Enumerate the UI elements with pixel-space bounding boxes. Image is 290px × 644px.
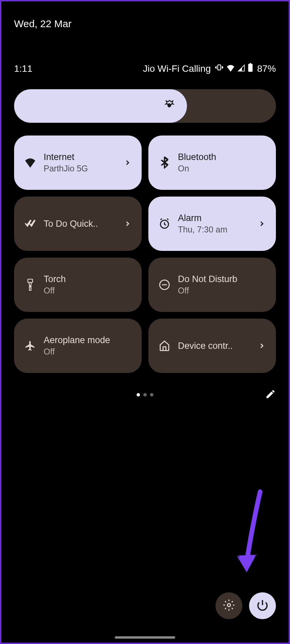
tile-title: Aeroplane mode	[44, 335, 132, 345]
gear-icon	[223, 599, 235, 612]
tile-title: Bluetooth	[178, 152, 266, 162]
wifi-icon	[226, 63, 235, 74]
svg-rect-5	[28, 279, 33, 282]
tile-subtitle: Off	[178, 286, 266, 296]
torch-icon	[24, 279, 36, 291]
svg-point-6	[30, 286, 31, 287]
tile-title: Internet	[44, 152, 116, 162]
brightness-slider[interactable]	[14, 89, 276, 123]
dnd-tile[interactable]: Do Not Disturb Off	[148, 258, 276, 312]
airplane-icon	[24, 340, 36, 352]
todo-tile[interactable]: To Do Quick..	[14, 197, 142, 251]
svg-rect-1	[250, 63, 251, 64]
svg-point-8	[228, 604, 231, 607]
bluetooth-tile[interactable]: Bluetooth On	[148, 136, 276, 190]
status-bar: 1:11 Jio Wi-Fi Calling	[14, 63, 276, 74]
dnd-icon	[158, 279, 171, 291]
airplane-tile[interactable]: Aeroplane mode Off	[14, 319, 142, 373]
alarm-icon	[158, 218, 171, 230]
power-icon	[256, 599, 269, 612]
tile-subtitle: On	[178, 164, 266, 173]
checkmark-icon	[24, 218, 36, 230]
tile-subtitle: Off	[44, 286, 132, 296]
tile-title: Alarm	[178, 213, 250, 223]
svg-rect-0	[218, 65, 221, 70]
navigation-bar[interactable]	[115, 636, 175, 639]
pagination	[14, 388, 276, 401]
page-dot[interactable]	[137, 393, 140, 396]
tile-title: Device contr..	[178, 341, 250, 351]
tile-title: To Do Quick..	[44, 219, 116, 229]
bluetooth-icon	[158, 157, 171, 169]
chevron-right-icon	[258, 220, 266, 228]
date-label: Wed, 22 Mar	[14, 18, 276, 30]
chevron-right-icon	[258, 342, 266, 350]
time-label: 1:11	[14, 63, 33, 74]
wifi-icon	[24, 157, 36, 169]
page-dot[interactable]	[150, 393, 153, 396]
edit-button[interactable]	[265, 389, 276, 401]
battery-label: 87%	[257, 63, 276, 74]
carrier-label: Jio Wi-Fi Calling	[143, 63, 211, 74]
power-button[interactable]	[249, 592, 276, 619]
home-icon	[158, 340, 171, 352]
alarm-tile[interactable]: Alarm Thu, 7:30 am	[148, 197, 276, 251]
tile-subtitle: Off	[44, 347, 132, 357]
signal-icon	[238, 63, 245, 74]
settings-button[interactable]	[215, 592, 242, 619]
vibrate-icon	[215, 63, 224, 74]
chevron-right-icon	[124, 159, 132, 167]
chevron-right-icon	[124, 220, 132, 228]
annotation-arrow	[228, 488, 269, 582]
tile-title: Do Not Disturb	[178, 274, 266, 284]
page-dot[interactable]	[143, 393, 147, 396]
torch-tile[interactable]: Torch Off	[14, 258, 142, 312]
tile-subtitle: Thu, 7:30 am	[178, 225, 250, 234]
tile-subtitle: ParthJio 5G	[44, 164, 116, 173]
internet-tile[interactable]: Internet ParthJio 5G	[14, 136, 142, 190]
battery-icon	[248, 63, 253, 74]
brightness-icon	[163, 99, 176, 113]
tile-title: Torch	[44, 274, 132, 284]
device-controls-tile[interactable]: Device contr..	[148, 319, 276, 373]
svg-rect-2	[248, 64, 252, 72]
